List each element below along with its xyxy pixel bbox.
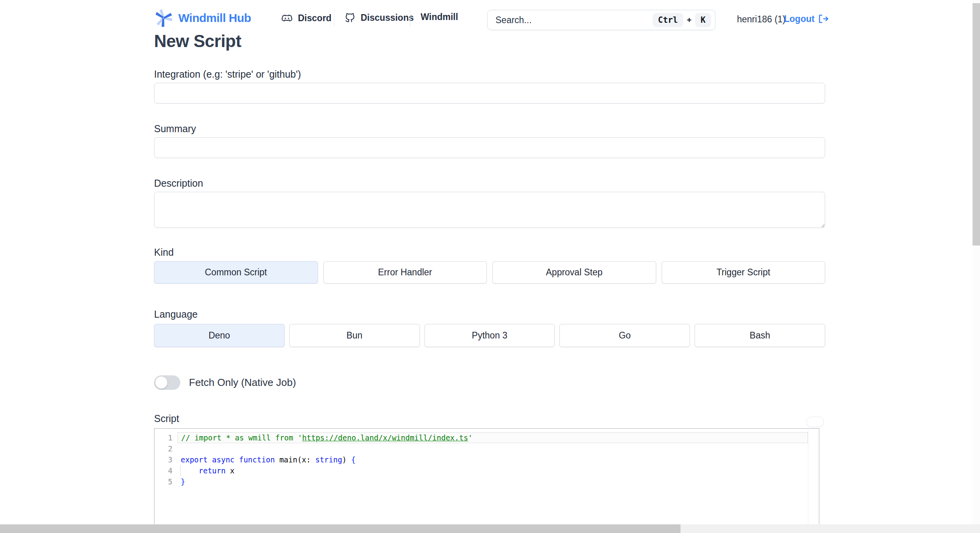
search-input[interactable] (495, 15, 653, 26)
code-token: } (181, 477, 185, 486)
nav-divider (410, 9, 410, 27)
language-bun-button[interactable]: Bun (289, 324, 420, 347)
kind-error-handler-button[interactable]: Error Handler (323, 261, 487, 284)
logout-label: Logout (784, 14, 815, 24)
brand-title: Windmill Hub (178, 11, 251, 25)
code-token: main(x: (279, 455, 316, 464)
fetch-only-row: Fetch Only (Native Job) (154, 375, 296, 390)
code-link-token[interactable]: https://deno.land/x/windmill/index.ts (302, 433, 468, 442)
line-number: 1 (154, 432, 172, 443)
nav-divider (334, 9, 334, 27)
username-label: henri186 (1) (737, 14, 786, 25)
kind-trigger-script-button[interactable]: Trigger Script (662, 261, 826, 284)
logout-button[interactable]: Logout (784, 13, 829, 24)
line-number: 4 (154, 465, 172, 476)
code-token: ) (342, 455, 351, 464)
editor-scrollbar-divider (808, 429, 808, 533)
page-vertical-scrollbar-track[interactable] (973, 0, 980, 533)
code-line-3: export async function main(x: string) { (181, 454, 808, 465)
page-horizontal-scrollbar-thumb[interactable] (0, 524, 681, 533)
nav-discord-label: Discord (298, 13, 332, 24)
discord-icon (281, 12, 293, 24)
code-token: ' (468, 433, 472, 442)
toggle-knob (155, 377, 167, 389)
code-content: // import * as wmill from 'https://deno.… (181, 432, 808, 487)
kind-label: Kind (154, 247, 174, 258)
kbd-plus: + (687, 15, 691, 25)
code-line-4: return x (181, 465, 808, 476)
summary-label: Summary (154, 123, 196, 135)
page-horizontal-scrollbar-track[interactable] (0, 524, 980, 533)
new-script-page: Windmill Hub Discord Discussions (0, 0, 980, 533)
nav-discord-link[interactable]: Discord (281, 12, 332, 24)
integration-label: Integration (e.g: 'stripe' or 'github') (154, 69, 301, 80)
language-python3-button[interactable]: Python 3 (425, 324, 555, 347)
kbd-k: K (695, 13, 711, 27)
line-number-gutter: 1 2 3 4 5 (154, 432, 172, 487)
nav-discussions-label: Discussions (361, 13, 414, 23)
nav-windmill-link[interactable]: Windmill (421, 12, 458, 22)
logout-icon (818, 13, 829, 24)
windmill-logo-icon (154, 9, 173, 27)
line-number: 5 (154, 476, 172, 487)
line-number: 2 (154, 443, 172, 454)
page-title: New Script (154, 31, 241, 51)
code-editor[interactable]: 1 2 3 4 5 // import * as wmill from 'htt… (154, 428, 819, 533)
nav-discussions-link[interactable]: Discussions (344, 12, 414, 24)
page-vertical-scrollbar-thumb[interactable] (973, 3, 980, 246)
language-label: Language (154, 309, 198, 320)
code-token: export async function (181, 455, 279, 464)
script-label: Script (154, 413, 179, 424)
editor-option-pill-button[interactable] (806, 417, 824, 427)
kind-button-group: Common Script Error Handler Approval Ste… (154, 261, 825, 284)
integration-input[interactable] (154, 83, 825, 104)
description-label: Description (154, 178, 203, 189)
summary-input[interactable] (154, 137, 825, 158)
code-line-2 (181, 443, 808, 454)
description-textarea[interactable] (154, 192, 825, 228)
fetch-only-label: Fetch Only (Native Job) (189, 377, 296, 389)
fetch-only-toggle[interactable] (154, 375, 180, 390)
kind-common-script-button[interactable]: Common Script (154, 261, 318, 284)
indent-guide-line (180, 465, 181, 476)
code-token: { (351, 455, 356, 464)
nav-windmill-label: Windmill (421, 12, 458, 22)
code-line-1: // import * as wmill from 'https://deno.… (178, 432, 808, 443)
line-number: 3 (154, 454, 172, 465)
top-navbar: Windmill Hub Discord Discussions (0, 0, 980, 37)
code-token: string (315, 455, 342, 464)
windmill-hub-logo[interactable]: Windmill Hub (154, 9, 251, 27)
code-line-5: } (181, 476, 808, 487)
code-token: return (181, 466, 230, 475)
kind-approval-step-button[interactable]: Approval Step (492, 261, 656, 284)
language-bash-button[interactable]: Bash (695, 324, 825, 347)
language-button-group: Deno Bun Python 3 Go Bash (154, 324, 825, 347)
language-deno-button[interactable]: Deno (154, 324, 285, 347)
language-go-button[interactable]: Go (559, 324, 690, 347)
code-token: // import * as wmill from ' (181, 433, 302, 442)
code-token: x (230, 466, 234, 475)
kbd-ctrl: Ctrl (653, 13, 684, 27)
search-box[interactable]: Ctrl + K (487, 10, 715, 30)
github-icon (344, 12, 356, 24)
